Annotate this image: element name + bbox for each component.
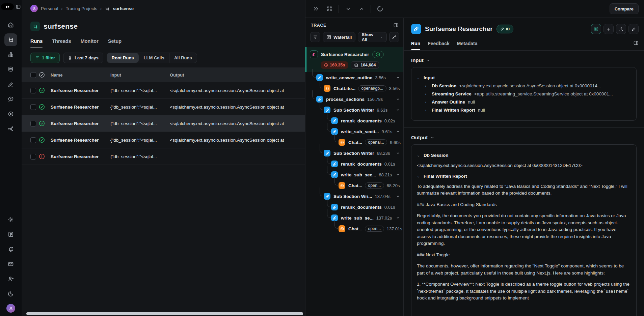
input-tree-row[interactable]: ›Streaming Service<app.utils.streaming_s… — [417, 91, 631, 96]
segment-llm-calls[interactable]: LLM Calls — [139, 53, 169, 63]
sidebar-item-mail[interactable] — [4, 258, 17, 270]
collapse-panel-icon[interactable] — [312, 4, 320, 13]
run-name-cell[interactable]: Surfsense Researcher — [51, 138, 110, 143]
row-checkbox[interactable] — [30, 137, 36, 143]
breadcrumb-project[interactable]: surfsense — [113, 6, 133, 11]
waterfall-button[interactable]: Waterfall — [323, 32, 355, 42]
sidebar-item-annotate[interactable] — [4, 78, 17, 91]
chevron-down-icon — [380, 35, 383, 39]
trace-panel-toggle-icon[interactable] — [393, 23, 399, 28]
breadcrumb-tracing-projects[interactable]: Tracing Projects — [66, 6, 97, 11]
node-chevron-icon[interactable] — [396, 151, 400, 155]
run-name-cell[interactable]: Surfsense Researcher — [51, 121, 110, 126]
output-section-heading[interactable]: Output — [411, 135, 637, 140]
sidebar-item-prompts[interactable] — [4, 93, 17, 106]
row-checkbox[interactable] — [30, 88, 36, 93]
user-avatar[interactable] — [6, 304, 15, 313]
row-checkbox[interactable] — [30, 104, 36, 110]
sidebar-item-docs[interactable] — [4, 228, 17, 241]
playground-run-button[interactable] — [591, 24, 601, 34]
trace-node[interactable]: Sub Section Writer9.63s — [305, 105, 403, 115]
table-row[interactable]: Surfsense Researcher{"db_session":"<sqla… — [22, 148, 305, 165]
detail-panel-toggle-icon[interactable] — [633, 40, 639, 50]
langsmith-logo[interactable] — [1, 3, 14, 10]
sidebar-item-experiments[interactable] — [4, 122, 17, 135]
trace-node[interactable]: Sub Section Wri...137.04s — [305, 191, 403, 202]
trace-node[interactable]: rerank_documents0.01s — [305, 159, 403, 169]
run-name-cell[interactable]: Surfsense Researcher — [51, 105, 110, 110]
tab-threads[interactable]: Threads — [52, 38, 71, 48]
row-checkbox[interactable] — [30, 121, 36, 126]
tab-monitor[interactable]: Monitor — [81, 38, 99, 48]
node-chevron-icon[interactable] — [396, 194, 400, 198]
node-chevron-icon[interactable] — [396, 76, 400, 80]
show-all-dropdown[interactable]: Show All — [358, 32, 386, 42]
breadcrumb-personal[interactable]: Personal — [41, 6, 58, 11]
table-row[interactable]: Surfsense Researcher{"db_session":"<sqla… — [22, 82, 305, 99]
row-checkbox[interactable] — [30, 154, 36, 160]
run-name-cell[interactable]: Surfsense Researcher — [51, 154, 110, 159]
horizontal-scrollbar[interactable] — [26, 312, 303, 315]
table-row[interactable]: Surfsense Researcher{"db_session":"<sqla… — [22, 99, 305, 115]
trace-filter-button[interactable] — [310, 32, 320, 42]
output-card: ⌄Db Session<sqlalchemy.ext.asyncio.sessi… — [411, 144, 637, 316]
tab-setup[interactable]: Setup — [108, 38, 122, 48]
trace-node[interactable]: Chat...open...137.01s — [305, 223, 403, 234]
node-chevron-icon[interactable] — [396, 97, 400, 101]
trace-node[interactable]: rerank_documents0.01s — [305, 202, 403, 212]
table-row[interactable]: Surfsense Researcher{"db_session":"<sqla… — [22, 132, 305, 148]
segment-all-runs[interactable]: All Runs — [169, 53, 197, 63]
sidebar-item-home[interactable] — [4, 19, 17, 31]
column-input[interactable]: Input — [110, 73, 170, 78]
input-tree-row[interactable]: ⌄Input — [417, 75, 631, 80]
filter-chip[interactable]: 1 filter — [30, 53, 60, 63]
sidebar-item-playground[interactable] — [4, 108, 17, 120]
trace-node[interactable]: write_sub_se...137.02s — [305, 212, 403, 223]
node-chevron-icon[interactable] — [396, 108, 400, 112]
trace-node[interactable]: ChatLite...openai/gp...3.56s — [305, 83, 403, 94]
sidebar-collapse-icon[interactable] — [16, 4, 21, 9]
trace-node[interactable]: rerank_documents0.02s — [305, 115, 403, 126]
tab-metadata[interactable]: Metadata — [457, 41, 478, 50]
trace-node[interactable]: Sub Section Writer68.23s — [305, 148, 403, 159]
share-button[interactable] — [616, 24, 626, 34]
input-section-heading[interactable]: Input — [411, 57, 637, 63]
sidebar-item-notifications[interactable] — [4, 243, 17, 256]
add-to-dataset-button[interactable] — [603, 24, 614, 34]
prev-run-icon[interactable] — [344, 4, 352, 13]
collapse-all-button[interactable] — [389, 32, 399, 42]
tab-runs[interactable]: Runs — [30, 38, 43, 48]
table-row[interactable]: Surfsense Researcher{"db_session":"<sqla… — [22, 115, 305, 132]
run-name-cell[interactable]: Surfsense Researcher — [51, 88, 110, 93]
input-tree-row[interactable]: ›Final Written Reportnull — [417, 108, 631, 113]
trace-root-node[interactable]: Surfsense Researcher 160.35s 104,684 — [305, 47, 403, 72]
node-chevron-icon[interactable] — [396, 216, 400, 220]
column-name[interactable]: Name — [51, 73, 110, 78]
segment-root-runs[interactable]: Root Runs — [107, 53, 139, 63]
sidebar-item-datasets[interactable] — [4, 63, 17, 76]
output-tree-row[interactable]: ⌄Final Written Report — [417, 174, 631, 179]
trace-node[interactable]: write_sub_secti...9.61s — [305, 126, 403, 137]
compare-button[interactable]: Compare — [610, 3, 639, 14]
dark-mode-icon[interactable] — [4, 287, 17, 300]
next-run-icon[interactable] — [357, 4, 366, 13]
workspace-avatar[interactable] — [30, 5, 38, 12]
trace-node[interactable]: write_sub_sec...68.21s — [305, 169, 403, 180]
sidebar-item-invite-user[interactable] — [4, 272, 17, 285]
tab-feedback[interactable]: Feedback — [428, 41, 450, 50]
expand-fullscreen-icon[interactable] — [325, 4, 334, 13]
tab-run[interactable]: Run — [411, 41, 420, 50]
input-tree-row[interactable]: ›Db Session<sqlalchemy.ext.asyncio.sessi… — [417, 83, 631, 88]
output-tree-row[interactable]: ⌄Db Session — [417, 153, 631, 158]
column-output[interactable]: Output — [170, 73, 305, 78]
input-tree-row[interactable]: ›Answer Outlinenull — [417, 99, 631, 105]
sidebar-item-dashboards[interactable] — [4, 48, 17, 61]
date-range-button[interactable]: Last 7 days — [63, 53, 103, 63]
node-chevron-icon[interactable] — [396, 130, 400, 134]
edit-button[interactable] — [628, 24, 639, 34]
sidebar-item-tracing[interactable] — [4, 33, 17, 46]
select-all-checkbox[interactable] — [30, 72, 36, 78]
node-chevron-icon[interactable] — [396, 173, 400, 177]
run-id-badge[interactable]: ID — [497, 25, 514, 33]
sidebar-item-settings[interactable] — [4, 213, 17, 226]
